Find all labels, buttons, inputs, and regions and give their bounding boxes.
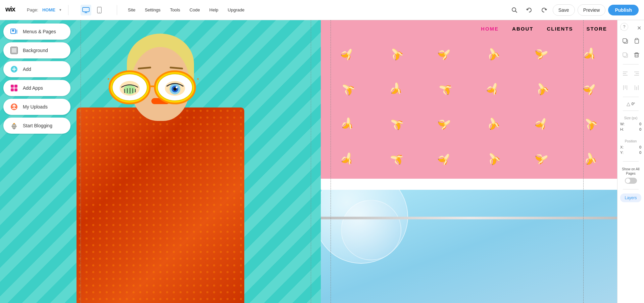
size-h-label: H: — [620, 127, 626, 131]
panel-actions-row2 — [617, 49, 644, 61]
panel-align-row1 — [617, 67, 644, 80]
pos-x-label: X: — [620, 145, 626, 149]
page-name[interactable]: HOME — [42, 7, 55, 12]
banana-19: 🍌 — [321, 134, 376, 179]
panel-divider-3 — [623, 111, 639, 111]
banana-13: 🍌 — [321, 101, 375, 146]
mobile-icon[interactable] — [94, 5, 105, 15]
svg-rect-9 — [12, 30, 14, 32]
svg-text:wix: wix — [5, 5, 15, 13]
sidebar-item-my-uploads[interactable]: My Uploads — [3, 99, 70, 115]
panel-divider-2 — [623, 97, 639, 97]
menu-icon — [9, 27, 19, 36]
svg-marker-35 — [197, 75, 199, 83]
svg-rect-22 — [14, 88, 17, 91]
guide-line-right — [583, 20, 584, 303]
align-bottom-icon[interactable] — [632, 83, 642, 93]
right-panel-header: ? ⠿ ✕ — [617, 23, 644, 33]
glass-sphere-2 — [341, 200, 401, 260]
size-h-value: 0 — [627, 127, 641, 131]
nav-home[interactable]: HOME — [481, 26, 499, 32]
redo-icon[interactable] — [538, 4, 550, 16]
blog-icon — [9, 121, 19, 130]
canvas-right-section: HOME ABOUT CLIENTS STORE 🍌 🍌 🍌 🍌 🍌 🍌 🍌 🍌… — [321, 20, 617, 303]
nav-site[interactable]: Site — [124, 5, 139, 14]
svg-point-47 — [176, 86, 178, 88]
size-h-row: H: 0 — [620, 127, 641, 131]
svg-point-5 — [99, 12, 100, 12]
show-all-pages-toggle[interactable] — [625, 178, 637, 184]
search-icon[interactable] — [508, 4, 521, 16]
sidebar-item-background[interactable]: Background — [3, 42, 70, 58]
pos-x-value: 0 — [627, 145, 641, 149]
main-area: Menus & Pages Background A — [0, 20, 644, 303]
pos-y-label: Y: — [620, 150, 626, 155]
uploads-icon — [9, 102, 19, 112]
apps-icon — [9, 83, 19, 93]
guide-line-center-right — [331, 20, 331, 303]
panel-divider-5 — [623, 189, 639, 189]
panel-divider-4 — [623, 161, 639, 162]
pos-y-value: 0 — [627, 150, 641, 155]
site-nav: HOME ABOUT CLIENTS STORE — [321, 20, 617, 37]
delete-icon[interactable] — [632, 50, 642, 60]
svg-rect-20 — [14, 85, 17, 88]
canvas[interactable]: HOME ABOUT CLIENTS STORE 🍌 🍌 🍌 🍌 🍌 🍌 🍌 🍌… — [0, 20, 617, 303]
rotate-value: 0° — [632, 102, 635, 106]
banana-24: 🍌 — [565, 140, 615, 177]
size-label: Size (px) — [620, 116, 641, 120]
person-container — [77, 20, 244, 303]
sidebar-label-my-uploads: My Uploads — [23, 104, 48, 110]
publish-button[interactable]: Publish — [608, 5, 639, 15]
align-top-icon[interactable] — [620, 83, 630, 93]
duplicate-icon[interactable] — [620, 50, 630, 60]
device-switcher — [81, 5, 105, 15]
sidebar-item-menus-pages[interactable]: Menus & Pages — [3, 24, 70, 40]
sidebar-label-background: Background — [23, 48, 48, 53]
svg-rect-21 — [11, 88, 14, 91]
position-section: Position X: 0 Y: 0 — [617, 137, 644, 159]
rotate-icon[interactable]: △ — [627, 101, 630, 106]
help-button[interactable]: ? — [620, 23, 628, 31]
nav-clients[interactable]: CLIENTS — [547, 26, 573, 32]
nav-store[interactable]: STORE — [587, 26, 607, 32]
sidebar-item-start-blogging[interactable]: Start Blogging — [3, 118, 70, 134]
copy-icon[interactable] — [620, 36, 630, 46]
sidebar-label-add-apps: Add Apps — [23, 85, 43, 91]
undo-icon[interactable] — [523, 4, 535, 16]
guide-line-left — [81, 20, 81, 303]
topbar: wix Page: HOME ▾ Site Settings Tools Cod… — [0, 0, 644, 20]
nav-settings[interactable]: Settings — [141, 5, 164, 14]
left-sidebar: Menus & Pages Background A — [0, 20, 74, 137]
wix-logo: wix — [5, 5, 19, 15]
nav-upgrade[interactable]: Upgrade — [224, 5, 249, 14]
pos-x-row: X: 0 — [620, 145, 641, 149]
page-label: Page: — [27, 7, 38, 12]
align-left-icon[interactable] — [620, 69, 630, 79]
size-section: Size (px) W: 0 H: 0 — [617, 114, 644, 135]
sidebar-label-start-blogging: Start Blogging — [23, 123, 52, 128]
close-icon[interactable]: ✕ — [637, 25, 641, 31]
paste-icon[interactable] — [632, 36, 642, 46]
svg-marker-34 — [108, 75, 110, 83]
nav-tools[interactable]: Tools — [166, 5, 184, 14]
save-button[interactable]: Save — [553, 4, 575, 16]
sidebar-item-add-apps[interactable]: Add Apps — [3, 80, 70, 96]
svg-rect-51 — [636, 38, 638, 40]
sidebar-item-add[interactable]: Add — [3, 61, 70, 77]
desktop-icon[interactable] — [81, 5, 91, 15]
banana-pattern: 🍌 🍌 🍌 🍌 🍌 🍌 🍌 🍌 🍌 🍌 🍌 🍌 🍌 🍌 🍌 🍌 — [321, 20, 617, 179]
layers-button[interactable]: Layers — [620, 193, 641, 202]
align-right-icon[interactable] — [632, 69, 642, 79]
preview-button[interactable]: Preview — [578, 4, 606, 16]
page-chevron-icon[interactable]: ▾ — [59, 8, 61, 12]
glass-section — [321, 190, 617, 303]
nav-about[interactable]: ABOUT — [512, 26, 533, 32]
nav-code[interactable]: Code — [186, 5, 204, 14]
guide-line-center-left — [311, 20, 311, 303]
nav-help[interactable]: Help — [205, 5, 222, 14]
right-panel: ? ⠿ ✕ — [617, 20, 644, 303]
svg-rect-53 — [623, 53, 627, 56]
panel-divider-1 — [623, 64, 639, 64]
metallic-bar — [321, 217, 617, 219]
